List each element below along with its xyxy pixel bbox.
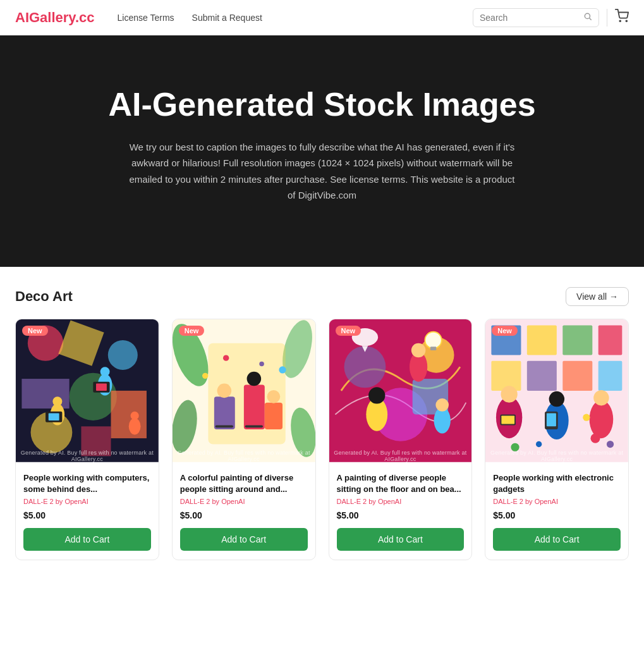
nav-right bbox=[473, 8, 629, 27]
svg-point-37 bbox=[223, 355, 229, 360]
svg-rect-36 bbox=[245, 425, 263, 427]
add-to-cart-button[interactable]: Add to Cart bbox=[493, 528, 621, 551]
view-all-button[interactable]: View all → bbox=[566, 287, 629, 306]
svg-rect-74 bbox=[502, 415, 515, 424]
svg-point-32 bbox=[246, 372, 261, 386]
svg-point-49 bbox=[411, 343, 425, 357]
card-attribution: DALL-E 2 by OpenAI bbox=[180, 498, 308, 505]
svg-rect-61 bbox=[492, 361, 521, 391]
card-badge: New bbox=[22, 326, 48, 336]
card-image-wrap: New Generated by AI. Buy full res with n… bbox=[16, 319, 159, 465]
svg-rect-62 bbox=[527, 361, 557, 391]
add-to-cart-button[interactable]: Add to Cart bbox=[23, 528, 151, 551]
cart-button[interactable] bbox=[615, 9, 629, 26]
svg-point-2 bbox=[619, 20, 621, 21]
svg-point-68 bbox=[549, 391, 564, 407]
card-watermark: Generated by AI. Buy full res with no wa… bbox=[485, 450, 628, 462]
svg-rect-72 bbox=[547, 413, 556, 426]
card-title: A painting of diverse people sitting on … bbox=[337, 472, 465, 495]
svg-rect-63 bbox=[563, 361, 593, 391]
card-price: $5.00 bbox=[180, 510, 308, 520]
add-to-cart-button[interactable]: Add to Cart bbox=[337, 528, 465, 551]
card-image-wrap: New Generated by AI. Buy full res with n… bbox=[329, 319, 472, 465]
navbar: AIGallery.cc License Terms Submit a Requ… bbox=[0, 0, 644, 35]
hero-title: AI-Generated Stock Images bbox=[25, 86, 619, 124]
logo[interactable]: AIGallery.cc bbox=[15, 9, 95, 26]
product-grid: New Generated by AI. Buy full res with n… bbox=[15, 319, 629, 560]
svg-point-3 bbox=[626, 20, 627, 21]
search-box bbox=[473, 8, 599, 27]
svg-point-66 bbox=[501, 386, 518, 402]
svg-rect-22 bbox=[96, 383, 107, 390]
card-price: $5.00 bbox=[493, 510, 621, 520]
card-watermark: Generated by AI. Buy full res with no wa… bbox=[173, 450, 315, 462]
card-attribution: DALL-E 2 by OpenAI bbox=[337, 498, 465, 505]
card-price: $5.00 bbox=[23, 510, 151, 520]
nav-license-terms[interactable]: License Terms bbox=[118, 13, 174, 23]
svg-rect-20 bbox=[49, 413, 59, 420]
search-input[interactable] bbox=[480, 13, 580, 23]
svg-rect-10 bbox=[111, 391, 147, 438]
svg-point-30 bbox=[217, 383, 231, 398]
card-attribution: DALL-E 2 by OpenAI bbox=[23, 498, 151, 505]
add-to-cart-button[interactable]: Add to Cart bbox=[180, 528, 308, 551]
product-card: New Generated by AI. Buy full res with n… bbox=[485, 319, 629, 560]
svg-rect-31 bbox=[244, 384, 265, 429]
svg-point-77 bbox=[536, 441, 542, 447]
svg-point-42 bbox=[344, 346, 386, 388]
svg-point-39 bbox=[279, 366, 286, 373]
search-icon bbox=[583, 12, 592, 23]
card-body: People working with electronic gadgets D… bbox=[485, 465, 628, 560]
svg-point-70 bbox=[593, 390, 609, 405]
card-watermark: Generated by AI. Buy full res with no wa… bbox=[329, 450, 472, 462]
nav-divider bbox=[607, 9, 607, 27]
svg-point-51 bbox=[435, 398, 449, 412]
hero-section: AI-Generated Stock Images We try our bes… bbox=[0, 35, 644, 267]
svg-point-79 bbox=[607, 441, 614, 448]
svg-point-34 bbox=[267, 390, 280, 403]
card-price: $5.00 bbox=[337, 510, 465, 520]
section-title: Deco Art bbox=[15, 288, 73, 305]
card-body: People working with computers, some behi… bbox=[16, 465, 159, 560]
svg-rect-60 bbox=[598, 325, 623, 355]
svg-rect-53 bbox=[430, 347, 435, 350]
svg-point-52 bbox=[425, 332, 441, 348]
svg-rect-64 bbox=[598, 361, 623, 391]
card-badge: New bbox=[179, 326, 205, 336]
card-title: People working with electronic gadgets bbox=[493, 472, 621, 495]
hero-description: We try our best to caption the images to… bbox=[126, 139, 518, 204]
deco-art-section: Deco Art View all → New Generated by AI.… bbox=[0, 267, 644, 586]
card-image-wrap: New Generated by AI. Buy full res with n… bbox=[485, 319, 628, 465]
svg-point-69 bbox=[590, 400, 614, 438]
svg-point-14 bbox=[52, 396, 62, 406]
card-image-wrap: New Generated by AI. Buy full res with n… bbox=[173, 319, 315, 465]
svg-rect-29 bbox=[214, 396, 235, 429]
svg-point-7 bbox=[108, 340, 138, 370]
product-card: New Generated by AI. Buy full res with n… bbox=[15, 319, 159, 560]
card-body: A painting of diverse people sitting on … bbox=[329, 465, 472, 560]
card-badge: New bbox=[492, 326, 518, 336]
svg-point-40 bbox=[202, 372, 208, 378]
card-title: A colorful painting of diverse people si… bbox=[180, 472, 308, 495]
nav-links: License Terms Submit a Request bbox=[118, 13, 473, 23]
svg-point-75 bbox=[583, 414, 590, 420]
card-body: A colorful painting of diverse people si… bbox=[173, 465, 315, 560]
svg-rect-58 bbox=[527, 325, 557, 355]
card-attribution: DALL-E 2 by OpenAI bbox=[493, 498, 621, 505]
svg-point-47 bbox=[368, 387, 385, 403]
svg-line-1 bbox=[590, 18, 592, 20]
svg-rect-35 bbox=[215, 425, 233, 427]
card-badge: New bbox=[336, 326, 361, 336]
svg-point-17 bbox=[129, 418, 141, 434]
product-card: New Generated by AI. Buy full res with n… bbox=[172, 319, 316, 560]
card-title: People working with computers, some behi… bbox=[23, 472, 151, 495]
svg-rect-33 bbox=[265, 402, 283, 429]
section-header: Deco Art View all → bbox=[15, 287, 629, 306]
svg-point-76 bbox=[591, 433, 600, 443]
product-card: New Generated by AI. Buy full res with n… bbox=[329, 319, 473, 560]
nav-submit-request[interactable]: Submit a Request bbox=[192, 13, 262, 23]
svg-rect-59 bbox=[563, 325, 593, 355]
svg-point-38 bbox=[259, 362, 264, 367]
card-watermark: Generated by AI. Buy full res with no wa… bbox=[16, 450, 159, 462]
svg-point-18 bbox=[131, 412, 139, 420]
